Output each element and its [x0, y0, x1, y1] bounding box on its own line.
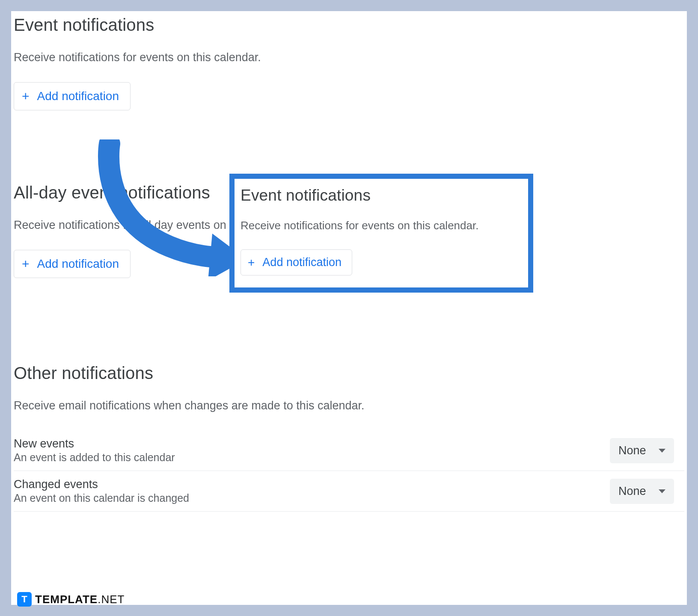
plus-icon: +	[22, 90, 30, 103]
settings-page: Event notifications Receive notification…	[11, 11, 687, 605]
add-allday-notification-button[interactable]: + Add notification	[14, 250, 131, 278]
watermark-thin: .NET	[98, 593, 125, 606]
add-allday-notification-label: Add notification	[37, 257, 119, 271]
template-logo-letter: T	[21, 594, 27, 605]
other-notifications-section: Other notifications Receive email notifi…	[11, 364, 687, 512]
dropdown-value: None	[618, 444, 646, 457]
row-title: New events	[14, 437, 175, 450]
add-event-notification-label: Add notification	[37, 89, 119, 103]
add-event-notification-button[interactable]: + Add notification	[14, 82, 131, 110]
callout-title: Event notifications	[241, 187, 522, 204]
changed-events-dropdown[interactable]: None	[610, 479, 674, 504]
new-events-dropdown[interactable]: None	[610, 438, 674, 463]
other-notifications-title: Other notifications	[14, 364, 684, 383]
row-title: Changed events	[14, 478, 189, 491]
row-subtitle: An event is added to this calendar	[14, 451, 175, 464]
other-notification-row: New events An event is added to this cal…	[14, 430, 684, 471]
row-text: Changed events An event on this calendar…	[14, 478, 189, 504]
plus-icon: +	[22, 258, 30, 270]
event-notifications-section: Event notifications Receive notification…	[11, 15, 687, 110]
event-notifications-desc: Receive notifications for events on this…	[14, 51, 684, 64]
template-logo-icon: T	[17, 592, 32, 607]
row-text: New events An event is added to this cal…	[14, 437, 175, 464]
dropdown-value: None	[618, 485, 646, 498]
callout-add-label: Add notification	[262, 256, 342, 269]
plus-icon: +	[248, 257, 255, 269]
watermark-bold: TEMPLATE	[35, 593, 98, 606]
other-notifications-desc: Receive email notifications when changes…	[14, 399, 684, 412]
watermark: T TEMPLATE .NET	[17, 592, 125, 607]
chevron-down-icon	[659, 489, 665, 493]
event-notifications-title: Event notifications	[14, 15, 684, 35]
callout-desc: Receive notifications for events on this…	[241, 219, 522, 232]
callout-add-notification-button[interactable]: + Add notification	[241, 249, 352, 275]
chevron-down-icon	[659, 449, 665, 453]
callout-box: Event notifications Receive notification…	[229, 174, 533, 293]
row-subtitle: An event on this calendar is changed	[14, 492, 189, 504]
other-notification-row: Changed events An event on this calendar…	[14, 471, 684, 512]
